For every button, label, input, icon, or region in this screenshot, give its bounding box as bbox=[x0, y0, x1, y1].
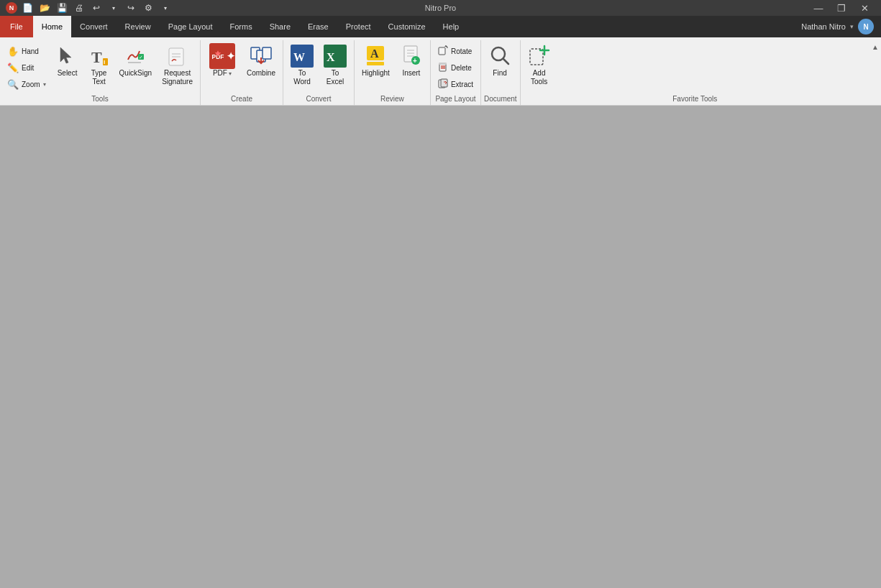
menu-erase[interactable]: Erase bbox=[299, 16, 337, 37]
pdf-button[interactable]: PDF PDF ▾ bbox=[204, 42, 241, 81]
menu-page-layout[interactable]: Page Layout bbox=[160, 16, 222, 37]
window-controls: — ❐ ✕ bbox=[808, 0, 875, 16]
close-button[interactable]: ✕ bbox=[854, 0, 875, 16]
type-text-button[interactable]: T I TypeText bbox=[85, 42, 114, 89]
favorite-tools-items: AddTools bbox=[524, 42, 867, 93]
request-signature-label: RequestSignature bbox=[162, 69, 193, 86]
ribbon: ✋ Hand ✏️ Edit 🔍 Zoom ▾ bbox=[0, 37, 881, 106]
favorite-tools-group-label: Favorite Tools bbox=[524, 93, 867, 105]
rotate-button[interactable]: Rotate bbox=[434, 43, 478, 59]
hand-icon: ✋ bbox=[7, 46, 19, 57]
page-layout-items: Rotate Delete bbox=[434, 42, 478, 93]
svg-line-39 bbox=[503, 59, 508, 64]
delete-icon bbox=[438, 62, 448, 74]
zoom-button[interactable]: 🔍 Zoom ▾ bbox=[3, 76, 50, 92]
menu-bar: File Home Convert Review Page Layout For… bbox=[0, 16, 881, 37]
review-items: A Highlight + bbox=[357, 42, 427, 93]
ribbon-collapse-button[interactable]: ▲ bbox=[869, 40, 881, 105]
menu-file[interactable]: File bbox=[0, 16, 33, 37]
tools-group-label: Tools bbox=[3, 93, 197, 105]
review-group-label: Review bbox=[357, 93, 427, 105]
edit-icon: ✏️ bbox=[7, 63, 19, 73]
highlight-button[interactable]: A Highlight bbox=[357, 42, 394, 81]
hand-button[interactable]: ✋ Hand bbox=[3, 43, 50, 59]
type-text-icon: T I bbox=[90, 45, 109, 68]
quicksign-label: QuickSign bbox=[119, 69, 152, 78]
select-icon bbox=[58, 45, 78, 68]
insert-button[interactable]: + Insert bbox=[396, 42, 427, 81]
open-file-icon[interactable]: 📂 bbox=[37, 1, 52, 15]
add-tools-button[interactable]: AddTools bbox=[524, 42, 555, 89]
quicksign-button[interactable]: ✓ QuickSign bbox=[115, 42, 157, 81]
to-word-icon: W bbox=[291, 45, 314, 68]
edit-button[interactable]: ✏️ Edit bbox=[3, 60, 50, 75]
type-text-label: TypeText bbox=[91, 69, 107, 86]
page-layout-stack: Rotate Delete bbox=[434, 42, 478, 92]
svg-text:X: X bbox=[327, 51, 335, 63]
menu-customize[interactable]: Customize bbox=[380, 16, 434, 37]
user-avatar: N bbox=[858, 19, 874, 35]
zoom-dropdown-icon[interactable]: ▾ bbox=[43, 81, 46, 88]
create-items: PDF PDF ▾ bbox=[204, 42, 280, 93]
print-icon[interactable]: 🖨 bbox=[72, 1, 86, 15]
menu-forms[interactable]: Forms bbox=[221, 16, 260, 37]
zoom-label: Zoom bbox=[22, 81, 40, 88]
insert-label: Insert bbox=[402, 69, 420, 78]
create-group-label: Create bbox=[204, 93, 280, 105]
ribbon-group-document: Find Document bbox=[481, 40, 521, 105]
select-label: Select bbox=[58, 69, 78, 78]
excel-icon-shape: X bbox=[324, 45, 347, 68]
app-title: Nitro Pro bbox=[425, 4, 456, 12]
menu-share[interactable]: Share bbox=[261, 16, 299, 37]
ribbon-group-review: A Highlight + bbox=[355, 40, 431, 105]
pdf-btn-inner[interactable]: PDF PDF ▾ bbox=[204, 42, 241, 81]
undo-icon[interactable]: ↩ bbox=[89, 1, 104, 15]
svg-text:I: I bbox=[104, 59, 105, 65]
ribbon-group-convert: W ToWord X ToExcel bbox=[283, 40, 355, 105]
convert-group-label: Convert bbox=[286, 93, 351, 105]
customize-qa-icon[interactable]: ⚙ bbox=[141, 1, 155, 15]
title-bar-left: N 📄 📂 💾 🖨 ↩ ▾ ↪ ⚙ ▾ bbox=[6, 1, 173, 15]
save-icon[interactable]: 💾 bbox=[55, 1, 69, 15]
pdf-icon-shape: PDF bbox=[209, 43, 235, 69]
tools-items: ✋ Hand ✏️ Edit 🔍 Zoom ▾ bbox=[3, 42, 197, 93]
menu-home[interactable]: Home bbox=[33, 16, 71, 37]
restore-button[interactable]: ❐ bbox=[831, 0, 852, 16]
extract-button[interactable]: Extract bbox=[434, 76, 478, 92]
svg-text:T: T bbox=[91, 48, 102, 66]
request-signature-icon bbox=[168, 45, 188, 68]
main-content-area bbox=[0, 106, 881, 584]
rotate-label: Rotate bbox=[451, 47, 472, 55]
minimize-button[interactable]: — bbox=[808, 0, 829, 16]
quicksign-icon: ✓ bbox=[125, 45, 145, 68]
menu-help[interactable]: Help bbox=[434, 16, 468, 37]
to-word-button[interactable]: W ToWord bbox=[286, 42, 318, 89]
delete-label: Delete bbox=[451, 64, 472, 72]
menu-protect[interactable]: Protect bbox=[337, 16, 380, 37]
find-button[interactable]: Find bbox=[484, 42, 516, 81]
pdf-label: PDF bbox=[213, 69, 227, 78]
undo-dropdown-icon[interactable]: ▾ bbox=[106, 1, 121, 15]
insert-icon: + bbox=[401, 45, 421, 68]
highlight-label: Highlight bbox=[362, 69, 390, 78]
user-dropdown-arrow[interactable]: ▾ bbox=[850, 23, 854, 30]
menu-convert[interactable]: Convert bbox=[71, 16, 117, 37]
pdf-label-area: PDF ▾ bbox=[213, 69, 232, 78]
redo-icon[interactable]: ↪ bbox=[124, 1, 138, 15]
customize-dropdown-icon[interactable]: ▾ bbox=[158, 1, 173, 15]
user-area: Nathan Nitro ▾ N bbox=[794, 16, 881, 37]
menu-review[interactable]: Review bbox=[117, 16, 160, 37]
combine-icon bbox=[250, 45, 273, 68]
hand-label: Hand bbox=[22, 47, 39, 55]
word-icon-shape: W bbox=[291, 45, 314, 68]
new-file-icon[interactable]: 📄 bbox=[20, 1, 35, 15]
select-button[interactable]: Select bbox=[52, 42, 83, 81]
edit-label: Edit bbox=[22, 64, 34, 72]
to-excel-button[interactable]: X ToExcel bbox=[319, 42, 351, 89]
pdf-dropdown-arrow: ▾ bbox=[229, 70, 232, 77]
combine-button[interactable]: Combine bbox=[242, 42, 280, 81]
to-excel-icon: X bbox=[324, 45, 347, 68]
request-signature-button[interactable]: RequestSignature bbox=[158, 42, 197, 89]
find-label: Find bbox=[493, 69, 506, 78]
delete-button[interactable]: Delete bbox=[434, 60, 478, 75]
